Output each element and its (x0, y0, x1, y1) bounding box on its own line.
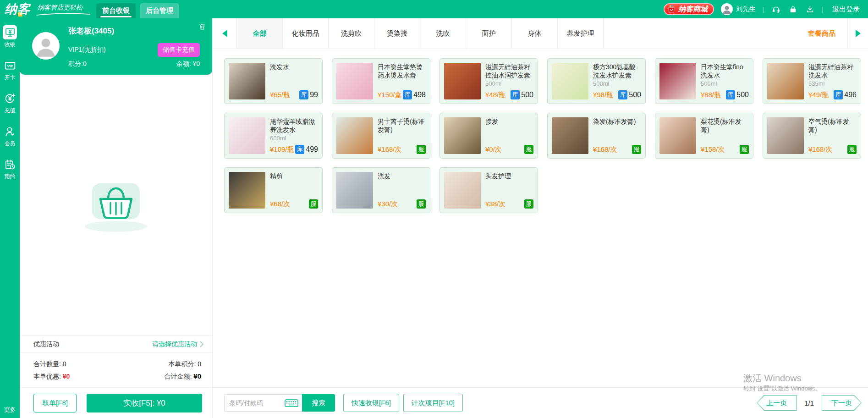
stored-card-recharge-button[interactable]: 储值卡充值 (158, 43, 200, 57)
sidebar-item-label: 开卡 (5, 74, 16, 82)
product-card[interactable]: 精剪¥68/次服 (224, 167, 323, 213)
category-tab-面护[interactable]: 面护 (466, 18, 511, 49)
product-info: 日本资生堂热烫药水烫发水膏¥150/盒库498 (378, 63, 426, 99)
product-badge-group: 服 (417, 199, 426, 209)
next-page-button[interactable]: 下一页 (822, 395, 862, 411)
sidebar-item-label: 会员 (5, 140, 16, 148)
product-name: 日本资生堂热烫药水烫发水膏 (378, 63, 426, 79)
product-badge-group: 服 (524, 145, 533, 154)
page-indicator: 1/1 (804, 399, 814, 407)
product-card[interactable]: 滋源无硅油茶籽洗发水535ml¥49/瓶库496 (763, 58, 861, 104)
product-image (767, 63, 804, 99)
main-nav-tabs: 前台收银 后台管理 (96, 3, 183, 18)
category-scroll-left-icon[interactable] (213, 18, 236, 49)
category-tab-洗剪吹[interactable]: 洗剪吹 (328, 18, 374, 49)
sidebar-item-label: 预约 (5, 173, 16, 181)
sidebar-item-appointment[interactable]: 预约 (3, 157, 17, 181)
product-info: 施华蔻羊绒脂滋养洗发水600ml¥109/瓶库499 (270, 117, 318, 154)
product-card[interactable]: 日本资生堂fino洗发水500ml¥88/瓶库500 (655, 58, 753, 104)
quick-cashier-button[interactable]: 快速收银[F6] (343, 394, 399, 412)
product-image (229, 63, 265, 99)
product-card[interactable]: 洗发水¥65/瓶库99 (224, 58, 323, 104)
service-badge-icon: 服 (740, 145, 749, 154)
product-image (444, 117, 481, 154)
hold-order-button[interactable]: 取单[F8] (33, 394, 77, 412)
product-name: 染发(标准发膏) (593, 117, 641, 126)
logout-button[interactable]: 退出登录 (832, 5, 860, 14)
product-info: 接发¥0/次服 (485, 117, 533, 154)
product-card[interactable]: 男士离子烫(标准发膏)¥168/次服 (332, 113, 430, 159)
product-info: 空气烫(标准发膏)¥168/次服 (808, 117, 857, 154)
sidebar-item-recharge[interactable]: 充值 (3, 91, 17, 115)
package-products-link[interactable]: 套餐商品 (808, 29, 835, 38)
product-price: ¥0/次 (485, 145, 502, 154)
barcode-search-box: 搜索 (224, 394, 335, 412)
product-name: 接发 (485, 117, 533, 126)
customer-balance: 余额: ¥0 (176, 60, 200, 68)
download-icon[interactable] (805, 4, 815, 14)
product-card[interactable]: 空气烫(标准发膏)¥168/次服 (763, 113, 861, 159)
product-card[interactable]: 滋源无硅油茶籽控油水润护发素500ml¥48/瓶库500 (439, 58, 538, 104)
service-badge-icon: 服 (524, 145, 533, 154)
stock-badge-icon: 库 (299, 90, 308, 99)
tab-front-cashier[interactable]: 前台收银 (96, 3, 136, 18)
sidebar-item-member[interactable]: 会员 (3, 124, 17, 148)
product-bottom-row: ¥150/盒库498 (378, 90, 426, 99)
product-spec: 500ml (485, 80, 533, 87)
category-tab-烫染接[interactable]: 烫染接 (374, 18, 420, 49)
category-tab-养发护理[interactable]: 养发护理 (557, 18, 603, 49)
lock-icon[interactable] (788, 4, 798, 14)
product-card[interactable]: 染发(标准发膏)¥168/次服 (547, 113, 646, 159)
count-item-button[interactable]: 计次项目[F10] (403, 394, 463, 412)
checkout-toolbar: 搜索 快速收银[F6] 计次项目[F10] 上一页 1/1 下一页 (213, 387, 868, 418)
product-info: 男士离子烫(标准发膏)¥168/次服 (378, 117, 426, 154)
product-grid: 洗发水¥65/瓶库99日本资生堂热烫药水烫发水膏¥150/盒库498滋源无硅油茶… (213, 49, 868, 387)
order-amount: 合计金额: ¥0 (165, 372, 201, 381)
empty-cart-area (20, 75, 212, 336)
product-name: 施华蔻羊绒脂滋养洗发水 (270, 117, 318, 134)
product-bottom-row: ¥49/瓶库496 (808, 90, 857, 99)
promo-select-link[interactable]: 请选择优惠活动 (152, 340, 204, 348)
category-scroll-right-icon[interactable] (847, 18, 868, 49)
shopping-bag-icon (667, 5, 676, 14)
product-card[interactable]: 极方300氨基酸洗发水护发素500ml¥98/瓶库500 (547, 58, 646, 104)
product-spec: 600ml (270, 135, 318, 142)
category-tab-身体[interactable]: 身体 (511, 18, 557, 49)
pay-button[interactable]: 实收[F5]: ¥0 (87, 394, 202, 412)
category-tab-洗吹[interactable]: 洗吹 (420, 18, 466, 49)
product-price: ¥168/次 (378, 145, 402, 154)
search-button[interactable]: 搜索 (302, 394, 335, 412)
current-user[interactable]: 刘先生 (721, 3, 755, 15)
product-card[interactable]: 接发¥0/次服 (439, 113, 538, 159)
product-price: ¥30/次 (378, 200, 398, 209)
sidebar-item-cashier[interactable]: 收银 (3, 25, 17, 49)
product-card[interactable]: 梨花烫(标准发膏)¥158/次服 (655, 113, 753, 159)
product-card[interactable]: 施华蔻羊绒脂滋养洗发水600ml¥109/瓶库499 (224, 113, 323, 159)
stock-count: 99 (310, 91, 318, 99)
category-tab-全部[interactable]: 全部 (236, 18, 282, 49)
customer-points: 积分:0 (68, 60, 87, 68)
sidebar-item-card[interactable]: VIP开卡 (3, 58, 17, 82)
product-bottom-row: ¥158/次服 (701, 145, 749, 154)
product-badge-group: 库499 (295, 145, 318, 154)
product-name: 头发护理 (485, 172, 533, 180)
product-card[interactable]: 日本资生堂热烫药水烫发水膏¥150/盒库498 (332, 58, 430, 104)
brand-slogan: 纳客管店更轻松 (38, 4, 82, 15)
keyboard-icon[interactable] (285, 399, 298, 407)
product-name: 男士离子烫(标准发膏) (378, 117, 426, 134)
product-card[interactable]: 洗发¥30/次服 (332, 167, 430, 213)
mall-badge-button[interactable]: 纳客商城 (664, 3, 714, 15)
product-card[interactable]: 头发护理¥38/次服 (439, 167, 538, 213)
prev-page-button[interactable]: 上一页 (757, 395, 797, 411)
stock-badge-icon: 库 (295, 145, 304, 154)
product-image (552, 63, 588, 99)
trash-icon[interactable] (198, 22, 206, 31)
mall-badge-label: 纳客商城 (678, 5, 708, 14)
product-price: ¥38/次 (485, 200, 505, 209)
sidebar-item-more[interactable]: ... 更多 (0, 405, 20, 412)
product-badge-group: 库498 (403, 90, 426, 99)
customer-service-icon[interactable] (771, 4, 781, 14)
tab-backend-admin[interactable]: 后台管理 (140, 3, 179, 18)
promo-row[interactable]: 优惠活动 请选择优惠活动 (20, 336, 212, 352)
category-tab-化妆用品[interactable]: 化妆用品 (282, 18, 328, 49)
